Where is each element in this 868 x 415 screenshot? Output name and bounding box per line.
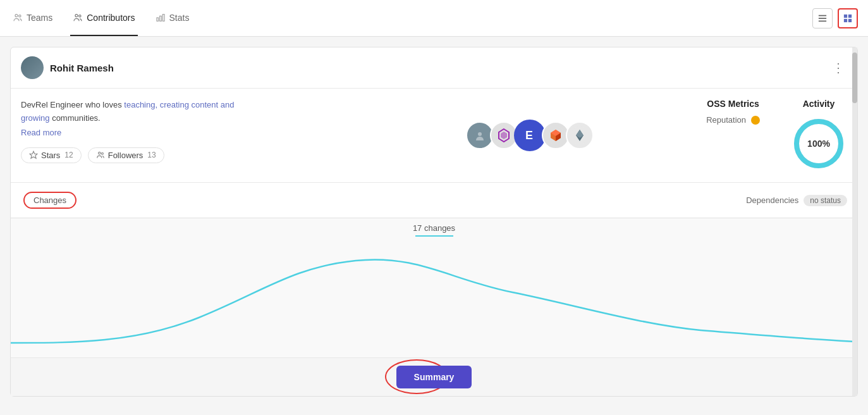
svg-rect-6	[162, 14, 164, 21]
reputation-row: Reputation	[706, 115, 760, 125]
tab-changes-wrapper: Changes	[21, 183, 79, 218]
photo-icon	[472, 128, 487, 143]
bio-section: DevRel Engineer who loves teaching, crea…	[21, 99, 353, 172]
teams-icon	[13, 13, 23, 23]
followers-icon	[96, 151, 105, 159]
svg-marker-14	[30, 151, 37, 158]
tabs-right: Dependencies no status	[746, 195, 847, 206]
read-more-link[interactable]: Read more	[21, 128, 353, 137]
chart-underline	[415, 235, 453, 237]
tech-icon-ethereum[interactable]: E	[514, 120, 546, 151]
svg-point-1	[19, 15, 21, 16]
svg-point-15	[98, 152, 101, 154]
activity-title: Activity	[790, 99, 847, 109]
followers-badge[interactable]: Followers 13	[88, 147, 164, 163]
tech-icons-section: E	[364, 99, 696, 172]
line-chart	[11, 242, 857, 356]
tabs-section: Changes Dependencies no status 17 change…	[11, 182, 857, 357]
nav-tabs: Teams Contributors Stats	[10, 0, 192, 36]
scroll-thumb[interactable]	[852, 53, 857, 103]
bio-part1: DevRel Engineer who loves	[21, 100, 124, 109]
avatar	[21, 56, 44, 79]
summary-bar: Summary	[11, 357, 857, 396]
svg-rect-4	[157, 18, 159, 21]
activity-donut: 100%	[790, 115, 847, 172]
tab-contributors-label: Contributors	[87, 13, 135, 23]
summary-button-wrapper: Summary	[396, 366, 472, 388]
stars-badge[interactable]: Stars 12	[21, 147, 82, 163]
svg-point-16	[101, 152, 103, 154]
tech-icons-row: E	[466, 120, 594, 151]
tabs-left: Changes	[21, 183, 84, 218]
ethereum-icon: E	[521, 127, 539, 144]
tab-changes-label: Changes	[34, 195, 66, 205]
avatar-image	[21, 56, 44, 79]
summary-button[interactable]: Summary	[396, 366, 472, 388]
svg-rect-11	[848, 14, 852, 17]
card-header: Rohit Ramesh ⋮	[11, 47, 857, 89]
stats-row: Stars 12 Followers 13	[21, 147, 353, 163]
svg-rect-10	[844, 14, 847, 17]
svg-point-0	[15, 14, 18, 16]
svg-point-3	[79, 15, 81, 16]
svg-point-18	[478, 132, 482, 136]
chart-changes-label: 17 changes	[11, 223, 857, 233]
tab-teams[interactable]: Teams	[10, 0, 55, 36]
eth2-icon	[571, 127, 589, 144]
tabs-bar: Changes Dependencies no status	[11, 183, 857, 218]
stars-label: Stars	[41, 151, 60, 160]
dependencies-label: Dependencies	[746, 195, 798, 205]
tab-changes[interactable]: Changes	[23, 192, 76, 209]
hex-icon	[495, 127, 513, 144]
card-view-button[interactable]	[838, 8, 858, 28]
tab-teams-label: Teams	[27, 13, 52, 23]
list-view-icon	[818, 14, 827, 23]
box-icon	[547, 127, 565, 144]
svg-rect-12	[844, 18, 847, 22]
card-view-icon	[843, 14, 852, 23]
chart-area: 17 changes	[11, 218, 857, 357]
contributor-name: Rohit Ramesh	[50, 63, 114, 73]
tab-contributors[interactable]: Contributors	[70, 0, 137, 36]
activity-section: Activity 100%	[790, 99, 847, 172]
bio-part2: communities.	[50, 113, 101, 123]
followers-count: 13	[147, 151, 156, 159]
bio-text: DevRel Engineer who loves teaching, crea…	[21, 99, 261, 125]
contributor-card: Rohit Ramesh ⋮ DevRel Engineer who loves…	[10, 47, 858, 397]
svg-rect-5	[159, 16, 161, 21]
scroll-track[interactable]	[852, 47, 857, 396]
card-header-left: Rohit Ramesh	[21, 56, 114, 79]
tab-stats[interactable]: Stats	[153, 0, 192, 36]
svg-rect-8	[819, 18, 826, 19]
top-navigation: Teams Contributors Stats	[0, 0, 868, 37]
nav-right-actions	[812, 8, 858, 28]
svg-rect-13	[848, 18, 852, 22]
chart-svg-container	[11, 242, 857, 356]
reputation-dot	[751, 116, 760, 125]
svg-point-2	[75, 14, 78, 16]
tab-stats-label: Stats	[169, 13, 190, 23]
followers-label: Followers	[108, 151, 144, 160]
tech-icon-eth2[interactable]	[566, 121, 594, 149]
more-options-button[interactable]: ⋮	[829, 59, 847, 77]
no-status-badge[interactable]: no status	[804, 195, 847, 206]
svg-rect-7	[819, 15, 826, 16]
metrics-section: OSS Metrics Reputation Activity 100%	[706, 99, 847, 172]
contributors-icon	[73, 13, 83, 23]
svg-text:E: E	[525, 129, 533, 142]
reputation-label: Reputation	[706, 115, 746, 125]
card-body: DevRel Engineer who loves teaching, crea…	[11, 89, 857, 182]
svg-rect-9	[819, 20, 826, 22]
oss-metrics: OSS Metrics Reputation	[706, 99, 760, 125]
stars-count: 12	[64, 151, 73, 159]
stats-icon	[156, 13, 166, 23]
activity-percentage: 100%	[807, 139, 830, 149]
star-icon	[29, 151, 38, 159]
list-view-button[interactable]	[812, 8, 833, 28]
oss-metrics-title: OSS Metrics	[706, 99, 760, 109]
